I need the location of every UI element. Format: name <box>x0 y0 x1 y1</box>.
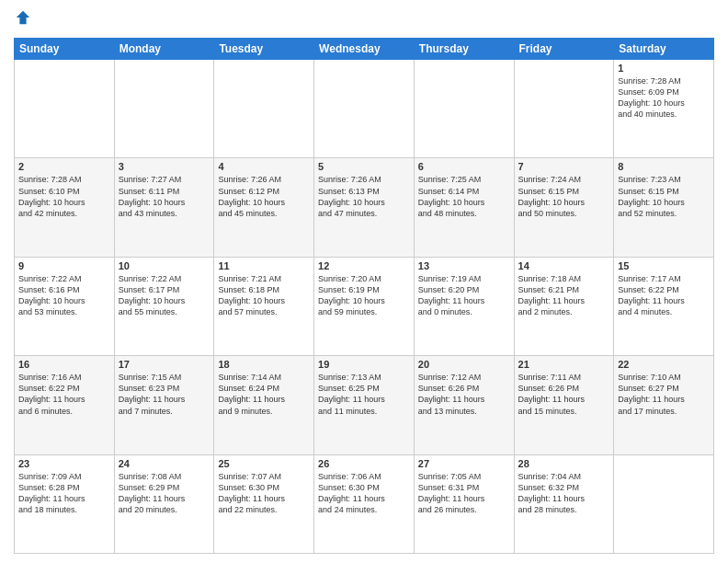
day-cell: 20Sunrise: 7:12 AM Sunset: 6:26 PM Dayli… <box>414 356 514 454</box>
week-row-2: 9Sunrise: 7:22 AM Sunset: 6:16 PM Daylig… <box>15 257 714 355</box>
col-header-thursday: Thursday <box>414 39 514 60</box>
day-number: 15 <box>618 260 710 271</box>
day-info: Sunrise: 7:17 AM Sunset: 6:22 PM Dayligh… <box>618 273 710 318</box>
day-info: Sunrise: 7:06 AM Sunset: 6:30 PM Dayligh… <box>318 471 410 516</box>
day-number: 21 <box>518 359 610 370</box>
day-number: 8 <box>618 161 710 172</box>
day-number: 16 <box>18 359 110 370</box>
day-cell: 5Sunrise: 7:26 AM Sunset: 6:13 PM Daylig… <box>314 158 415 257</box>
day-number: 3 <box>119 161 210 172</box>
day-info: Sunrise: 7:23 AM Sunset: 6:15 PM Dayligh… <box>618 174 710 219</box>
day-cell <box>114 60 214 158</box>
day-cell: 7Sunrise: 7:24 AM Sunset: 6:15 PM Daylig… <box>514 158 614 257</box>
day-info: Sunrise: 7:28 AM Sunset: 6:10 PM Dayligh… <box>18 174 110 219</box>
day-info: Sunrise: 7:04 AM Sunset: 6:32 PM Dayligh… <box>518 471 610 516</box>
day-number: 23 <box>18 458 110 469</box>
day-cell: 15Sunrise: 7:17 AM Sunset: 6:22 PM Dayli… <box>614 257 714 355</box>
day-number: 24 <box>119 458 210 469</box>
day-cell: 23Sunrise: 7:09 AM Sunset: 6:28 PM Dayli… <box>15 454 115 553</box>
day-number: 10 <box>119 260 210 271</box>
day-info: Sunrise: 7:21 AM Sunset: 6:18 PM Dayligh… <box>218 273 310 318</box>
week-row-4: 23Sunrise: 7:09 AM Sunset: 6:28 PM Dayli… <box>15 454 714 553</box>
day-number: 13 <box>418 260 510 271</box>
day-info: Sunrise: 7:22 AM Sunset: 6:17 PM Dayligh… <box>119 273 210 318</box>
day-cell: 10Sunrise: 7:22 AM Sunset: 6:17 PM Dayli… <box>114 257 214 355</box>
day-number: 2 <box>18 161 110 172</box>
day-info: Sunrise: 7:11 AM Sunset: 6:26 PM Dayligh… <box>518 372 610 417</box>
day-info: Sunrise: 7:25 AM Sunset: 6:14 PM Dayligh… <box>418 174 510 219</box>
day-number: 1 <box>618 63 710 74</box>
day-cell: 19Sunrise: 7:13 AM Sunset: 6:25 PM Dayli… <box>314 356 415 454</box>
day-cell: 26Sunrise: 7:06 AM Sunset: 6:30 PM Dayli… <box>314 454 415 553</box>
day-cell: 3Sunrise: 7:27 AM Sunset: 6:11 PM Daylig… <box>114 158 214 257</box>
page: SundayMondayTuesdayWednesdayThursdayFrid… <box>0 0 728 563</box>
day-cell: 9Sunrise: 7:22 AM Sunset: 6:16 PM Daylig… <box>15 257 115 355</box>
day-info: Sunrise: 7:14 AM Sunset: 6:24 PM Dayligh… <box>218 372 310 417</box>
day-cell: 16Sunrise: 7:16 AM Sunset: 6:22 PM Dayli… <box>15 356 115 454</box>
day-cell <box>214 60 314 158</box>
day-info: Sunrise: 7:15 AM Sunset: 6:23 PM Dayligh… <box>119 372 210 417</box>
day-info: Sunrise: 7:19 AM Sunset: 6:20 PM Dayligh… <box>418 273 510 318</box>
day-cell: 22Sunrise: 7:10 AM Sunset: 6:27 PM Dayli… <box>614 356 714 454</box>
day-number: 5 <box>318 161 410 172</box>
day-info: Sunrise: 7:20 AM Sunset: 6:19 PM Dayligh… <box>318 273 410 318</box>
day-info: Sunrise: 7:16 AM Sunset: 6:22 PM Dayligh… <box>18 372 110 417</box>
day-cell: 11Sunrise: 7:21 AM Sunset: 6:18 PM Dayli… <box>214 257 314 355</box>
col-header-saturday: Saturday <box>614 39 714 60</box>
col-header-monday: Monday <box>114 39 214 60</box>
day-cell: 1Sunrise: 7:28 AM Sunset: 6:09 PM Daylig… <box>614 60 714 158</box>
col-header-sunday: Sunday <box>15 39 115 60</box>
day-info: Sunrise: 7:07 AM Sunset: 6:30 PM Dayligh… <box>218 471 310 516</box>
day-cell: 8Sunrise: 7:23 AM Sunset: 6:15 PM Daylig… <box>614 158 714 257</box>
day-info: Sunrise: 7:10 AM Sunset: 6:27 PM Dayligh… <box>618 372 710 417</box>
logo-icon <box>15 9 31 26</box>
day-number: 18 <box>218 359 310 370</box>
logo <box>14 9 32 30</box>
day-info: Sunrise: 7:28 AM Sunset: 6:09 PM Dayligh… <box>618 75 710 121</box>
day-cell: 14Sunrise: 7:18 AM Sunset: 6:21 PM Dayli… <box>514 257 614 355</box>
col-header-tuesday: Tuesday <box>214 39 314 60</box>
day-number: 14 <box>518 260 610 271</box>
header <box>14 9 714 30</box>
day-cell: 24Sunrise: 7:08 AM Sunset: 6:29 PM Dayli… <box>114 454 214 553</box>
day-cell: 4Sunrise: 7:26 AM Sunset: 6:12 PM Daylig… <box>214 158 314 257</box>
day-cell: 17Sunrise: 7:15 AM Sunset: 6:23 PM Dayli… <box>114 356 214 454</box>
day-cell <box>514 60 614 158</box>
day-cell: 2Sunrise: 7:28 AM Sunset: 6:10 PM Daylig… <box>15 158 115 257</box>
day-number: 4 <box>218 161 310 172</box>
day-cell: 21Sunrise: 7:11 AM Sunset: 6:26 PM Dayli… <box>514 356 614 454</box>
day-number: 9 <box>18 260 110 271</box>
day-cell <box>414 60 514 158</box>
day-info: Sunrise: 7:05 AM Sunset: 6:31 PM Dayligh… <box>418 471 510 516</box>
day-info: Sunrise: 7:12 AM Sunset: 6:26 PM Dayligh… <box>418 372 510 417</box>
week-row-1: 2Sunrise: 7:28 AM Sunset: 6:10 PM Daylig… <box>15 158 714 257</box>
day-info: Sunrise: 7:13 AM Sunset: 6:25 PM Dayligh… <box>318 372 410 417</box>
day-number: 12 <box>318 260 410 271</box>
day-cell: 6Sunrise: 7:25 AM Sunset: 6:14 PM Daylig… <box>414 158 514 257</box>
day-cell: 12Sunrise: 7:20 AM Sunset: 6:19 PM Dayli… <box>314 257 415 355</box>
day-info: Sunrise: 7:09 AM Sunset: 6:28 PM Dayligh… <box>18 471 110 516</box>
day-number: 22 <box>618 359 710 370</box>
day-cell <box>614 454 714 553</box>
day-cell <box>314 60 415 158</box>
day-number: 27 <box>418 458 510 469</box>
day-number: 26 <box>318 458 410 469</box>
col-header-friday: Friday <box>514 39 614 60</box>
day-info: Sunrise: 7:26 AM Sunset: 6:12 PM Dayligh… <box>218 174 310 219</box>
week-row-0: 1Sunrise: 7:28 AM Sunset: 6:09 PM Daylig… <box>15 60 714 158</box>
day-info: Sunrise: 7:26 AM Sunset: 6:13 PM Dayligh… <box>318 174 410 219</box>
calendar-table: SundayMondayTuesdayWednesdayThursdayFrid… <box>14 38 714 554</box>
day-info: Sunrise: 7:08 AM Sunset: 6:29 PM Dayligh… <box>119 471 210 516</box>
day-number: 25 <box>218 458 310 469</box>
day-info: Sunrise: 7:22 AM Sunset: 6:16 PM Dayligh… <box>18 273 110 318</box>
day-info: Sunrise: 7:27 AM Sunset: 6:11 PM Dayligh… <box>119 174 210 219</box>
week-row-3: 16Sunrise: 7:16 AM Sunset: 6:22 PM Dayli… <box>15 356 714 454</box>
col-header-wednesday: Wednesday <box>314 39 415 60</box>
day-number: 28 <box>518 458 610 469</box>
day-info: Sunrise: 7:24 AM Sunset: 6:15 PM Dayligh… <box>518 174 610 219</box>
day-number: 11 <box>218 260 310 271</box>
day-cell: 13Sunrise: 7:19 AM Sunset: 6:20 PM Dayli… <box>414 257 514 355</box>
day-cell: 18Sunrise: 7:14 AM Sunset: 6:24 PM Dayli… <box>214 356 314 454</box>
day-cell: 25Sunrise: 7:07 AM Sunset: 6:30 PM Dayli… <box>214 454 314 553</box>
day-info: Sunrise: 7:18 AM Sunset: 6:21 PM Dayligh… <box>518 273 610 318</box>
